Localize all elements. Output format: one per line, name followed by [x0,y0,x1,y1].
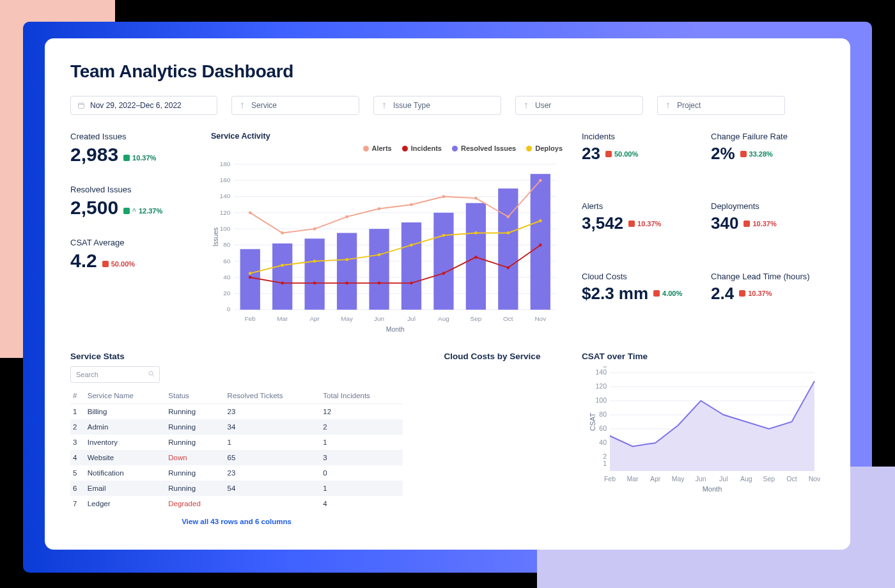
svg-text:Jul: Jul [407,315,416,322]
svg-text:180: 180 [220,160,231,167]
svg-text:Issues: Issues [212,228,219,247]
svg-point-42 [281,281,284,284]
svg-text:140: 140 [595,368,607,376]
svg-point-53 [313,259,316,263]
service-filter[interactable]: Service [231,96,359,115]
svg-text:Feb: Feb [245,315,256,322]
date-range-filter[interactable]: Nov 29, 2022–Dec 6, 2022 [70,96,217,115]
csat-panel: CSAT over Time 514012010080604021FebMarA… [582,352,825,525]
cloud-costs-title: Cloud Costs by Service [422,352,563,361]
service-stats-search[interactable]: Search [70,366,160,383]
svg-point-46 [410,281,413,284]
svg-text:1: 1 [603,460,607,467]
svg-text:Aug: Aug [740,475,752,483]
svg-rect-26 [401,222,421,310]
svg-text:CSAT: CSAT [589,412,596,431]
user-filter[interactable]: User [515,96,643,115]
svg-rect-25 [369,229,389,309]
date-range-label: Nov 29, 2022–Dec 6, 2022 [90,101,182,110]
cursor-icon [522,102,530,109]
table-row[interactable]: 2AdminRunning342 [70,419,403,435]
calendar-icon [77,102,85,109]
svg-text:140: 140 [220,192,231,199]
svg-text:100: 100 [220,225,231,232]
right-stats: Incidents 23 50.00%Change Failure Rate 2… [582,132,825,341]
svg-text:Sep: Sep [763,475,775,483]
svg-point-51 [249,272,252,275]
view-all-link[interactable]: View all 43 rows and 6 columns [70,518,403,525]
svg-text:May: May [672,475,685,483]
service-activity-chart: 020406080100120140160180FebMarAprMayJunJ… [211,153,563,339]
stat-block: Cloud Costs $2.3 mm 4.00% [582,272,696,327]
column-header[interactable]: Service Name [85,388,166,404]
svg-text:Feb: Feb [604,475,616,483]
stat-block: Change Failure Rate 2% 33.28% [711,132,825,187]
svg-rect-22 [272,244,292,310]
svg-text:Oct: Oct [786,475,797,483]
table-row[interactable]: 7LedgerDegraded4 [70,496,403,511]
svg-point-40 [539,179,542,182]
svg-rect-23 [305,238,325,309]
svg-rect-21 [240,249,260,310]
svg-text:80: 80 [223,241,231,248]
service-stats-panel: Service Stats Search #Service NameStatus… [70,352,403,525]
svg-point-43 [313,281,316,284]
svg-text:Jun: Jun [374,315,384,322]
left-stats: Created Issues 2,983 10.37%Resolved Issu… [70,132,192,341]
table-row[interactable]: 3InventoryRunning11 [70,435,403,450]
svg-point-31 [249,211,252,214]
svg-point-37 [442,195,446,198]
svg-text:40: 40 [223,274,231,281]
svg-text:Aug: Aug [438,315,449,322]
service-activity-panel: Service Activity Alerts Incidents Resolv… [211,132,563,341]
svg-point-45 [378,281,381,284]
svg-text:Apr: Apr [309,315,320,322]
stat-block: CSAT Average 4.2 50.00% [70,238,192,272]
svg-text:Month: Month [386,326,405,333]
cursor-icon [664,102,672,109]
svg-rect-30 [531,174,550,309]
svg-text:60: 60 [223,258,231,265]
svg-text:Nov: Nov [809,475,821,483]
cursor-icon [238,102,246,109]
table-row[interactable]: 4WebsiteDown653 [70,450,403,465]
project-filter[interactable]: Project [657,96,785,115]
svg-point-49 [506,266,510,269]
svg-text:Oct: Oct [503,315,513,322]
svg-text:Jul: Jul [719,475,728,483]
svg-text:Jun: Jun [696,475,706,483]
column-header[interactable]: Resolved Tickets [225,388,321,404]
svg-point-57 [442,234,446,237]
svg-point-58 [474,231,478,235]
svg-point-39 [506,215,510,219]
service-stats-table: #Service NameStatusResolved TicketsTotal… [70,388,403,511]
issue-type-filter[interactable]: Issue Type [373,96,501,115]
stat-block: Deployments 340 10.37% [711,201,825,257]
column-header[interactable]: # [70,388,85,404]
table-row[interactable]: 1BillingRunning2312 [70,404,403,420]
svg-text:May: May [341,315,353,322]
svg-text:100: 100 [595,396,607,404]
svg-text:Mar: Mar [277,315,288,322]
svg-point-32 [281,231,284,235]
stat-block: Alerts 3,542 10.37% [582,201,696,257]
column-header[interactable]: Status [166,388,224,404]
svg-point-47 [442,272,446,275]
table-row[interactable]: 5NotificationRunning230 [70,465,403,481]
svg-text:0: 0 [227,306,231,313]
csat-title: CSAT over Time [582,352,825,361]
column-header[interactable]: Total Incidents [320,388,403,404]
svg-point-54 [345,258,348,261]
svg-point-48 [474,256,478,259]
svg-text:80: 80 [599,410,607,418]
svg-point-73 [149,371,153,375]
stat-block: Created Issues 2,983 10.37% [70,132,192,166]
table-row[interactable]: 6EmailRunning541 [70,481,403,496]
svg-point-41 [249,276,252,279]
svg-point-34 [345,215,348,219]
svg-point-50 [539,244,542,247]
svg-text:160: 160 [220,176,231,183]
svg-point-55 [378,253,381,256]
service-activity-title: Service Activity [211,132,563,141]
svg-point-59 [506,231,510,235]
